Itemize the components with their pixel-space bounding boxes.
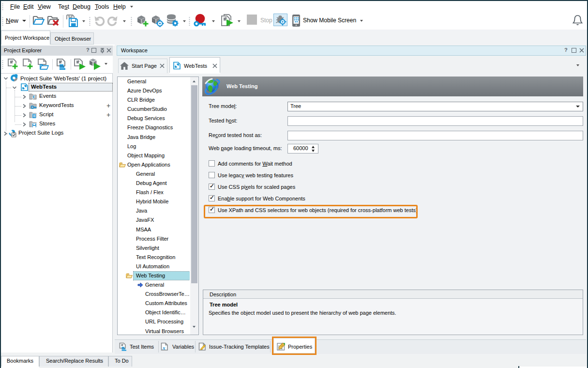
svg-text:x: x bbox=[162, 345, 166, 351]
